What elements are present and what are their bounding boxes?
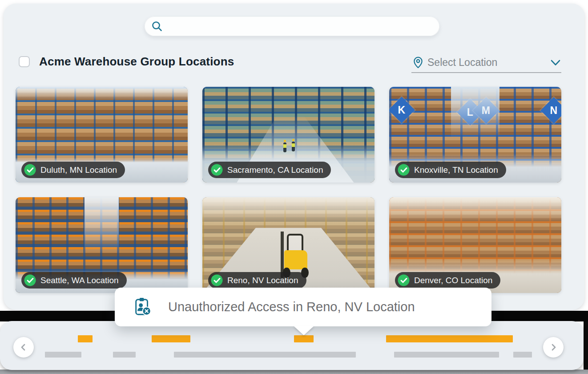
select-all-checkbox[interactable] xyxy=(19,56,30,67)
location-card-knoxville[interactable]: K L M N Knoxville, TN Location xyxy=(389,87,561,183)
chevron-left-icon xyxy=(20,343,28,351)
location-label-pill: Sacramento, CA Location xyxy=(208,162,331,178)
verified-check-icon xyxy=(211,274,223,286)
video-background-sliver xyxy=(584,321,588,370)
search-icon xyxy=(151,20,163,32)
location-select-underline xyxy=(411,72,561,73)
timeline-activity-segment[interactable] xyxy=(113,352,136,358)
location-card-denver[interactable]: Denver, CO Location xyxy=(389,197,561,293)
location-card-duluth[interactable]: Duluth, MN Location xyxy=(16,87,188,183)
timeline-activity-segment[interactable] xyxy=(513,352,532,358)
location-label-pill: Duluth, MN Location xyxy=(21,162,125,178)
aisle-letter: M xyxy=(482,104,490,116)
aisle-marker: N xyxy=(540,97,561,123)
verified-check-icon xyxy=(24,164,36,176)
aisle-letter: N xyxy=(550,105,558,117)
timeline-activity-segment[interactable] xyxy=(45,352,81,358)
timeline-alert-segment[interactable] xyxy=(386,335,513,342)
timeline-activity-segment[interactable] xyxy=(394,352,499,358)
tooltip-caret xyxy=(294,326,314,335)
aisle-marker: L xyxy=(457,99,483,125)
search-input[interactable] xyxy=(169,16,432,36)
timeline-alert-segment[interactable] xyxy=(78,335,93,342)
timeline-activity-segment[interactable] xyxy=(174,352,356,358)
verified-check-icon xyxy=(398,164,410,176)
warehouse-monitoring-page: Acme Warehouse Group Locations Select Lo… xyxy=(0,0,588,374)
chevron-right-icon xyxy=(549,343,557,351)
location-label-pill: Denver, CO Location xyxy=(395,272,500,289)
location-label-pill: Reno, NV Location xyxy=(208,272,306,289)
location-card-sacramento[interactable]: Sacramento, CA Location xyxy=(202,87,375,183)
timeline-prev-button[interactable] xyxy=(13,337,34,358)
location-name: Sacramento, CA Location xyxy=(227,165,323,175)
location-name: Knoxville, TN Location xyxy=(414,165,498,175)
unauthorized-access-icon xyxy=(133,297,153,317)
verified-check-icon xyxy=(398,274,410,286)
location-select-label: Select Location xyxy=(427,57,497,69)
location-select-dropdown[interactable]: Select Location xyxy=(411,54,561,73)
page-title: Acme Warehouse Group Locations xyxy=(39,55,234,69)
forklift xyxy=(278,232,309,277)
alert-message: Unauthorized Access in Reno, NV Location xyxy=(168,288,415,326)
aisle-letter: L xyxy=(467,106,473,118)
aisle-marker: K xyxy=(389,97,415,123)
location-name: Denver, CO Location xyxy=(414,276,492,285)
location-name: Reno, NV Location xyxy=(227,276,298,285)
location-label-pill: Seattle, WA Location xyxy=(21,272,127,289)
aisle-marker: M xyxy=(473,97,499,123)
location-pin-icon xyxy=(412,56,424,69)
timeline-next-button[interactable] xyxy=(543,337,564,358)
video-bottom-strip xyxy=(0,370,588,374)
timeline-alert-segment[interactable] xyxy=(152,335,190,342)
location-name: Seattle, WA Location xyxy=(40,276,119,285)
worker-figure xyxy=(292,142,295,151)
timeline-alert-segment[interactable] xyxy=(294,335,314,342)
verified-check-icon xyxy=(24,274,36,286)
aisle-letter: K xyxy=(398,104,406,116)
location-label-pill: Knoxville, TN Location xyxy=(395,162,506,178)
timeline-track[interactable] xyxy=(0,321,584,370)
verified-check-icon xyxy=(211,164,223,176)
location-card-reno[interactable]: Reno, NV Location xyxy=(202,197,375,293)
location-card-seattle[interactable]: Seattle, WA Location xyxy=(16,197,188,293)
location-name: Duluth, MN Location xyxy=(40,165,117,175)
alert-tooltip[interactable]: Unauthorized Access in Reno, NV Location xyxy=(115,288,491,326)
worker-figure xyxy=(283,142,286,152)
search-bar[interactable] xyxy=(145,16,439,36)
chevron-down-icon xyxy=(551,60,560,66)
